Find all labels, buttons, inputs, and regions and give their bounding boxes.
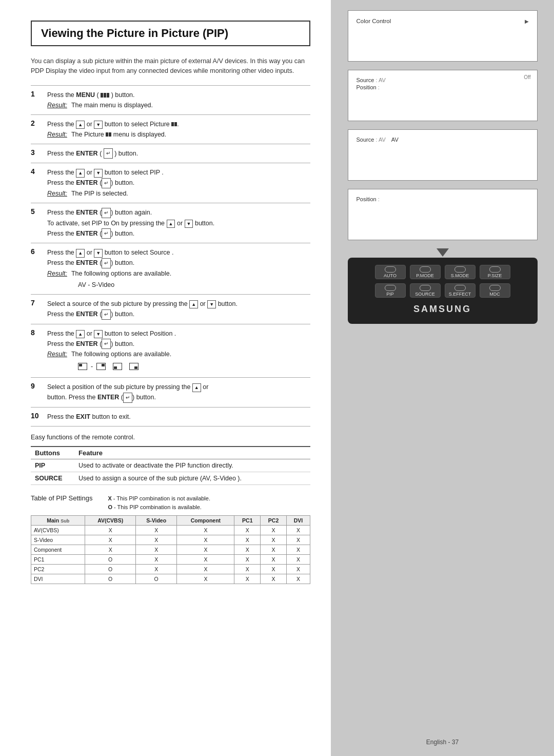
remote-psize-btn[interactable]: P.SIZE: [480, 265, 510, 279]
source-selection-value: : AV: [375, 137, 385, 143]
pmode-btn-label: P.MODE: [416, 273, 433, 278]
step-6-row: 6 Press the ▲ or ▼ button to select Sour…: [31, 243, 310, 295]
feature-table-header-feature: Feature: [74, 447, 310, 459]
remote-row-1: AUTO P.MODE S.MODE P.SIZE: [358, 265, 527, 279]
pip-row-svideo: S-Video XXXXXX: [31, 535, 310, 545]
pmode-btn-icon: [420, 266, 431, 273]
position-item: Position :: [357, 196, 529, 203]
steps-table: 1 Press the MENU ( ) button. Result:The …: [31, 85, 310, 427]
remote-auto-btn[interactable]: AUTO: [375, 265, 406, 279]
smode-btn-icon: [454, 266, 466, 273]
step-2-row: 2 Press the ▲ or ▼ button to select Pict…: [31, 114, 310, 144]
remote-mdc-btn[interactable]: MDC: [480, 283, 510, 298]
step-6-content: Press the ▲ or ▼ button to select Source…: [45, 243, 310, 295]
step-8-num: 8: [31, 324, 45, 378]
step-7-row: 7 Select a source of the sub picture by …: [31, 295, 310, 324]
remote-pmode-btn[interactable]: P.MODE: [410, 265, 441, 279]
auto-btn-label: AUTO: [384, 273, 397, 278]
page-title: Viewing the Picture in Picture (PIP): [41, 27, 300, 40]
samsung-logo: SAMSUNG: [358, 304, 527, 315]
feature-row-source: SOURCE Used to assign a source of the su…: [31, 472, 310, 485]
step-1-content: Press the MENU ( ) button. Result:The ma…: [45, 85, 310, 114]
pip-row-avcvbs: AV(CVBS) XXXXXX: [31, 526, 310, 535]
step-7-content: Select a source of the sub picture by pr…: [45, 295, 310, 324]
position-value: :: [378, 196, 380, 202]
seffect-btn-icon: [454, 285, 466, 291]
remote-smode-btn[interactable]: S.MODE: [445, 265, 476, 279]
pip-btn-label: PIP: [386, 292, 394, 297]
pip-col-pc1: PC1: [234, 516, 261, 526]
pip-main-component: Component: [31, 545, 85, 555]
remote-row-2: PIP SOURCE S.EFFECT MDC: [358, 283, 527, 298]
pip-settings-title: Table of PIP Settings: [31, 494, 92, 502]
pip-col-svideo: S-Video: [135, 516, 177, 526]
remote-seffect-btn[interactable]: S.EFFECT: [445, 283, 476, 298]
pip-col-pc2: PC2: [261, 516, 287, 526]
auto-btn-icon: [385, 266, 396, 273]
step-8-content: Press the ▲ or ▼ button to select Positi…: [45, 324, 310, 378]
pip-btn-icon: [385, 285, 396, 291]
step-5-num: 5: [31, 203, 45, 243]
pip-note: X - This PIP combination is not availabl…: [108, 494, 210, 511]
step-5-row: 5 Press the ENTER (↵) button again. To a…: [31, 203, 310, 243]
step-8-row: 8 Press the ▲ or ▼ button to select Posi…: [31, 324, 310, 378]
pip-col-avcvbs: AV(CVBS): [85, 516, 135, 526]
step-2-num: 2: [31, 114, 45, 144]
english-page-number: English - 37: [426, 734, 459, 746]
page-title-box: Viewing the Picture in Picture (PIP): [31, 21, 310, 46]
left-content: Viewing the Picture in Picture (PIP) You…: [0, 0, 331, 756]
pip-main-dvi: DVI: [31, 574, 85, 584]
pip-main-pc2: PC2: [31, 565, 85, 574]
pip-row-component: Component XXXXXX: [31, 545, 310, 555]
screen-source-selection: Source : AV AV: [348, 129, 538, 181]
feature-source-desc: Used to assign a source of the sub pictu…: [74, 472, 310, 485]
source-selection-item: Source : AV AV: [357, 136, 529, 143]
pip-settings-header: Table of PIP Settings X - This PIP combi…: [31, 494, 310, 511]
pip-main-pc1: PC1: [31, 555, 85, 565]
step-9-row: 9 Select a position of the sub picture b…: [31, 378, 310, 408]
easy-functions-label: Easy functions of the remote control.: [31, 434, 310, 441]
pip-note-o: O - This PIP combination is available.: [108, 503, 210, 512]
step-4-row: 4 Press the ▲ or ▼ button to select PIP …: [31, 163, 310, 203]
step-2-content: Press the ▲ or ▼ button to select Pictur…: [45, 114, 310, 144]
step-5-content: Press the ENTER (↵) button again. To act…: [45, 203, 310, 243]
step-10-num: 10: [31, 408, 45, 427]
psize-btn-label: P.SIZE: [488, 273, 502, 278]
step-10-content: Press the EXIT button to exit.: [45, 408, 310, 427]
step-6-num: 6: [31, 243, 45, 295]
pip-table: Main Sub AV(CVBS) S-Video Component PC1 …: [31, 515, 310, 584]
step-4-content: Press the ▲ or ▼ button to select PIP . …: [45, 163, 310, 203]
screen-pip-off: Off Source : AV Position :: [348, 70, 538, 121]
pip-row-dvi: DVI OOXXXX: [31, 574, 310, 584]
pip-col-main: Main Sub: [31, 516, 85, 526]
step-9-num: 9: [31, 378, 45, 408]
screen-color-control: Color Control ▶: [348, 10, 538, 62]
seffect-btn-label: S.EFFECT: [449, 292, 471, 297]
pip-main-svideo: S-Video: [31, 535, 85, 545]
remote-source-btn[interactable]: SOURCE: [410, 283, 441, 298]
pip-source-item: Source : AV: [357, 76, 529, 84]
screen-position: Position :: [348, 189, 538, 240]
step-3-content: Press the ENTER ( ↵ ) button.: [45, 144, 310, 163]
pip-note-x: X - This PIP combination is not availabl…: [108, 494, 210, 503]
step-4-num: 4: [31, 163, 45, 203]
remote-control: AUTO P.MODE S.MODE P.SIZE: [348, 258, 538, 324]
color-control-label: Color Control: [357, 18, 391, 24]
feature-pip-desc: Used to activate or deactivate the PIP f…: [74, 459, 310, 472]
feature-table: Buttons Feature PIP Used to activate or …: [31, 446, 310, 485]
feature-row-pip: PIP Used to activate or deactivate the P…: [31, 459, 310, 472]
right-panel: Color Control ▶ Off Source : AV Position…: [331, 0, 554, 756]
remote-pip-btn[interactable]: PIP: [375, 283, 406, 298]
feature-source-button: SOURCE: [31, 472, 74, 485]
source-btn-icon: [420, 285, 431, 291]
step-3-num: 3: [31, 144, 45, 163]
step-9-content: Select a position of the sub picture by …: [45, 378, 310, 408]
mdc-btn-icon: [489, 285, 501, 291]
intro-paragraph: You can display a sub picture within the…: [31, 56, 310, 76]
pip-main-avcvbs: AV(CVBS): [31, 526, 85, 535]
triangle-indicator: [437, 248, 449, 257]
source-btn-label: SOURCE: [415, 292, 435, 297]
step-1-row: 1 Press the MENU ( ) button. Result:The …: [31, 85, 310, 114]
remote-wrapper: AUTO P.MODE S.MODE P.SIZE: [348, 248, 538, 324]
step-10-row: 10 Press the EXIT button to exit.: [31, 408, 310, 427]
